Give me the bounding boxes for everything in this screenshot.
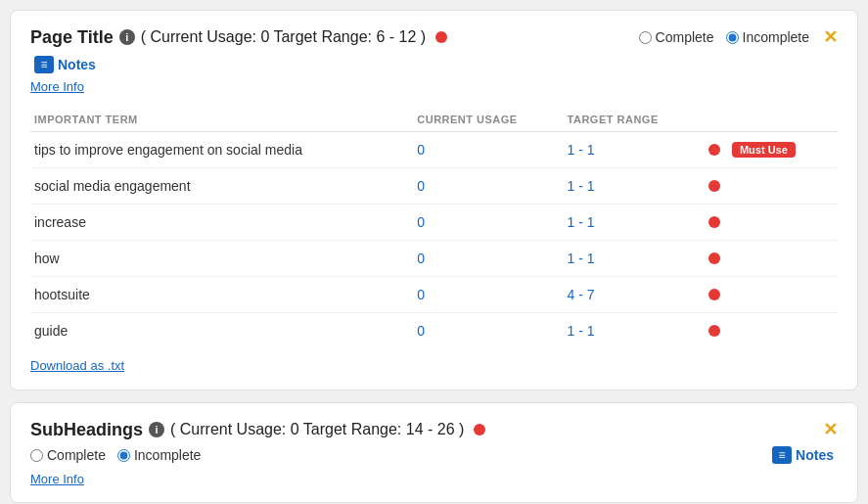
row-status-dot bbox=[708, 289, 720, 300]
range-cell: 1 - 1 bbox=[564, 132, 701, 168]
usage-cell: 0 bbox=[413, 205, 563, 241]
range-cell: 1 - 1 bbox=[564, 168, 701, 205]
page-title-close-button[interactable]: ✕ bbox=[823, 26, 838, 48]
term-cell: how bbox=[30, 241, 413, 277]
table-row: hootsuite 0 4 - 7 bbox=[30, 277, 838, 313]
term-cell: tips to improve engagement on social med… bbox=[30, 132, 413, 168]
row-status-dot bbox=[708, 216, 720, 228]
status-cell: Must Use bbox=[701, 132, 838, 168]
page-title-status-dot bbox=[435, 31, 447, 43]
sub-incomplete-radio-label[interactable]: Incomplete bbox=[117, 447, 201, 463]
sub-incomplete-radio[interactable] bbox=[117, 449, 130, 462]
range-cell: 1 - 1 bbox=[564, 205, 701, 241]
download-link[interactable]: Download as .txt bbox=[30, 358, 124, 373]
row-status-dot bbox=[708, 325, 720, 337]
subheadings-card: SubHeadings i ( Current Usage: 0 Target … bbox=[10, 402, 858, 503]
incomplete-radio[interactable] bbox=[726, 31, 739, 44]
must-use-badge: Must Use bbox=[732, 142, 796, 158]
sub-notes-icon: ≡ bbox=[772, 446, 792, 464]
status-cell bbox=[701, 277, 838, 313]
status-cell bbox=[701, 241, 838, 277]
table-row: social media engagement 0 1 - 1 bbox=[30, 168, 838, 205]
table-row: tips to improve engagement on social med… bbox=[30, 132, 838, 168]
col-range-header: TARGET RANGE bbox=[564, 106, 701, 132]
table-row: guide 0 1 - 1 bbox=[30, 313, 838, 349]
usage-cell: 0 bbox=[413, 277, 563, 313]
page-title-radio-group: Complete Incomplete bbox=[639, 29, 809, 45]
term-cell: social media engagement bbox=[30, 168, 413, 205]
table-row: how 0 1 - 1 bbox=[30, 241, 838, 277]
subheadings-more-info-link[interactable]: More Info bbox=[30, 472, 838, 486]
table-row: increase 0 1 - 1 bbox=[30, 205, 838, 241]
complete-radio-label[interactable]: Complete bbox=[639, 29, 714, 45]
page-title-notes-button[interactable]: ≡ Notes bbox=[30, 54, 100, 75]
page-title-info-icon[interactable]: i bbox=[119, 29, 135, 45]
notes-icon: ≡ bbox=[34, 56, 54, 73]
usage-cell: 0 bbox=[413, 168, 563, 205]
row-status-dot bbox=[708, 180, 720, 192]
subheadings-notes-button[interactable]: ≡ Notes bbox=[768, 444, 838, 466]
terms-table: IMPORTANT TERM CURRENT USAGE TARGET RANG… bbox=[30, 106, 838, 348]
term-cell: guide bbox=[30, 313, 413, 349]
range-cell: 1 - 1 bbox=[564, 313, 701, 349]
sub-complete-radio-label[interactable]: Complete bbox=[30, 447, 106, 463]
page-title-usage: ( Current Usage: 0 Target Range: 6 - 12 … bbox=[141, 28, 426, 46]
col-usage-header: CURRENT USAGE bbox=[413, 106, 563, 132]
row-status-dot bbox=[708, 252, 720, 264]
status-cell bbox=[701, 205, 838, 241]
page-title-more-info-link[interactable]: More Info bbox=[30, 79, 838, 94]
usage-cell: 0 bbox=[413, 132, 563, 168]
subheadings-radio-group: Complete Incomplete bbox=[30, 447, 201, 463]
usage-cell: 0 bbox=[413, 313, 563, 349]
status-cell bbox=[701, 313, 838, 349]
col-term-header: IMPORTANT TERM bbox=[30, 106, 413, 132]
subheadings-info-icon[interactable]: i bbox=[149, 422, 164, 437]
page-title-label: Page Title bbox=[30, 27, 114, 48]
subheadings-close-button[interactable]: ✕ bbox=[823, 419, 838, 440]
page-title-card: Page Title i ( Current Usage: 0 Target R… bbox=[10, 10, 858, 390]
subheadings-row2: Complete Incomplete ≡ Notes bbox=[30, 444, 838, 466]
complete-radio[interactable] bbox=[639, 31, 652, 44]
page-title-header: Page Title i ( Current Usage: 0 Target R… bbox=[30, 26, 838, 48]
row-status-dot bbox=[708, 144, 720, 156]
subheadings-usage: ( Current Usage: 0 Target Range: 14 - 26… bbox=[170, 421, 464, 438]
sub-complete-radio[interactable] bbox=[30, 449, 43, 462]
incomplete-radio-label[interactable]: Incomplete bbox=[726, 29, 809, 45]
usage-cell: 0 bbox=[413, 241, 563, 277]
range-cell: 1 - 1 bbox=[564, 241, 701, 277]
status-cell bbox=[701, 168, 838, 205]
range-cell: 4 - 7 bbox=[564, 277, 701, 313]
term-cell: increase bbox=[30, 205, 413, 241]
subheadings-status-dot bbox=[474, 424, 485, 435]
subheadings-title-label: SubHeadings bbox=[30, 420, 143, 440]
term-cell: hootsuite bbox=[30, 277, 413, 313]
subheadings-header: SubHeadings i ( Current Usage: 0 Target … bbox=[30, 419, 838, 440]
